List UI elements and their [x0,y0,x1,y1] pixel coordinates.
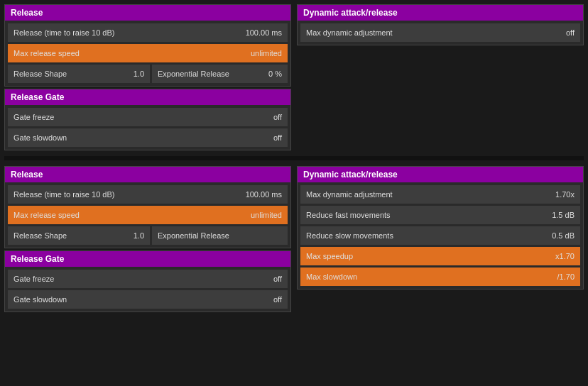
bottom-dynamic-max-label: Max dynamic adjustment [300,190,550,199]
top-release-speed-value: unlimited [245,49,288,57]
top-release-content: Release (time to raise 10 dB) 100.00 ms … [5,21,290,86]
bottom-release-time-label: Release (time to raise 10 dB) [8,190,240,199]
top-left-column: Release Release (time to raise 10 dB) 10… [4,4,291,150]
bottom-gate-freeze-value: off [268,275,288,283]
bottom-release-shape-left-value: 1.0 [128,231,150,240]
top-release-shape-row[interactable]: Release Shape 1.0 Exponential Release 0 … [8,65,288,83]
bottom-reduce-fast-label: Reduce fast movements [300,211,546,219]
bottom-dynamic-header: Dynamic attack/release [298,167,583,182]
bottom-gate-freeze-label: Gate freeze [8,275,268,283]
top-gate-slowdown-row[interactable]: Gate slowdown off [8,128,288,147]
bottom-reduce-fast-value: 1.5 dB [546,211,580,219]
bottom-dynamic-max-row[interactable]: Max dynamic adjustment 1.70x [300,185,580,204]
top-dynamic-panel: Dynamic attack/release Max dynamic adjus… [297,4,584,45]
bottom-release-speed-label: Max release speed [8,211,245,219]
top-gate-slowdown-label: Gate slowdown [8,133,268,142]
bottom-max-slowdown-label: Max slowdown [300,272,552,281]
top-release-gate-header: Release Gate [5,89,290,105]
bottom-gate-slowdown-label: Gate slowdown [8,295,268,304]
top-gate-freeze-row[interactable]: Gate freeze off [8,108,288,126]
top-release-panel: Release Release (time to raise 10 dB) 10… [4,4,291,87]
bottom-release-shape-row[interactable]: Release Shape 1.0 Exponential Release [8,226,288,245]
bottom-release-speed-value: unlimited [245,211,288,219]
top-dynamic-max-label: Max dynamic adjustment [300,28,560,37]
bottom-right-column: Dynamic attack/release Max dynamic adjus… [297,166,584,312]
bottom-left-column: Release Release (time to raise 10 dB) 10… [4,166,291,312]
top-release-shape-right: Exponential Release 0 % [152,65,288,83]
top-gate-freeze-value: off [268,113,288,121]
bottom-release-gate-content: Gate freeze off Gate slowdown off [5,267,290,311]
bottom-gate-slowdown-value: off [268,295,288,304]
bottom-max-slowdown-value: /1.70 [552,272,580,281]
bottom-max-speedup-label: Max speedup [300,252,550,260]
top-release-speed-row[interactable]: Max release speed unlimited [8,44,288,62]
top-right-column: Dynamic attack/release Max dynamic adjus… [297,4,584,150]
top-release-gate-content: Gate freeze off Gate slowdown off [5,105,290,150]
bottom-gate-slowdown-row[interactable]: Gate slowdown off [8,290,288,309]
bottom-reduce-slow-value: 0.5 dB [546,231,580,240]
bottom-dynamic-max-value: 1.70x [550,190,580,199]
top-release-shape-label: Release Shape [8,70,128,78]
bottom-exponential-label: Exponential Release [152,231,276,240]
bottom-max-speedup-row[interactable]: Max speedup x1.70 [300,247,580,265]
top-dynamic-max-row[interactable]: Max dynamic adjustment off [300,23,580,42]
bottom-max-speedup-value: x1.70 [550,252,580,260]
top-release-gate-panel: Release Gate Gate freeze off Gate slowdo… [4,89,291,150]
top-dynamic-header: Dynamic attack/release [298,5,583,21]
bottom-dynamic-panel: Dynamic attack/release Max dynamic adjus… [297,166,584,290]
top-exponential-value: 0 % [263,70,288,78]
section-divider [4,156,584,160]
bottom-release-time-row[interactable]: Release (time to raise 10 dB) 100.00 ms [8,185,288,204]
top-release-time-label: Release (time to raise 10 dB) [8,28,240,37]
top-dynamic-max-value: off [560,28,580,37]
bottom-row: Release Release (time to raise 10 dB) 10… [4,166,584,312]
bottom-max-slowdown-row[interactable]: Max slowdown /1.70 [300,268,580,286]
main-container: Release Release (time to raise 10 dB) 10… [0,0,588,316]
top-release-time-value: 100.00 ms [240,28,288,37]
bottom-release-speed-row[interactable]: Max release speed unlimited [8,206,288,224]
bottom-release-header: Release [5,167,290,182]
top-release-shape-left-value: 1.0 [128,70,150,78]
top-dynamic-content: Max dynamic adjustment off [298,21,583,45]
bottom-gate-freeze-row[interactable]: Gate freeze off [8,270,288,288]
bottom-release-panel: Release Release (time to raise 10 dB) 10… [4,166,291,248]
bottom-reduce-slow-row[interactable]: Reduce slow movements 0.5 dB [300,226,580,245]
top-gate-freeze-label: Gate freeze [8,113,268,121]
top-row: Release Release (time to raise 10 dB) 10… [4,4,584,150]
bottom-reduce-slow-label: Reduce slow movements [300,231,546,240]
bottom-release-shape-left: Release Shape 1.0 [8,226,150,245]
bottom-reduce-fast-row[interactable]: Reduce fast movements 1.5 dB [300,206,580,224]
top-gate-slowdown-value: off [268,133,288,142]
top-release-header: Release [5,5,290,21]
bottom-dynamic-content: Max dynamic adjustment 1.70x Reduce fast… [298,182,583,289]
top-release-shape-left: Release Shape 1.0 [8,65,150,83]
bottom-release-shape-label: Release Shape [8,231,128,240]
top-release-time-row[interactable]: Release (time to raise 10 dB) 100.00 ms [8,23,288,42]
top-exponential-label: Exponential Release [152,70,263,78]
bottom-release-gate-header: Release Gate [5,251,290,267]
bottom-release-shape-right: Exponential Release [152,226,288,245]
top-release-speed-label: Max release speed [8,49,245,57]
bottom-release-gate-panel: Release Gate Gate freeze off Gate slowdo… [4,250,291,312]
bottom-release-content: Release (time to raise 10 dB) 100.00 ms … [5,182,290,248]
bottom-release-time-value: 100.00 ms [240,190,288,199]
